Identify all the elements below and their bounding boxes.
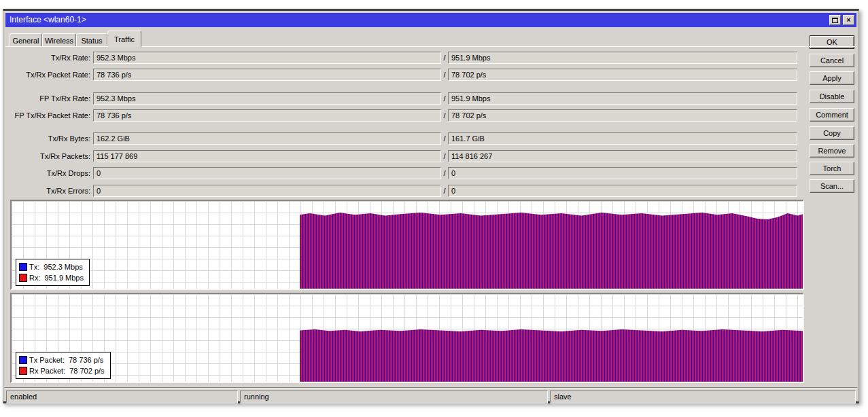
- fp-txrx-rate-label: FP Tx/Rx Rate:: [3, 92, 90, 105]
- fp-txrx-rate-rx-field[interactable]: 951.9 Mbps: [448, 92, 797, 105]
- legend-label: Tx Packet:: [29, 356, 65, 364]
- txrx-packet-rate-tx-field[interactable]: 78 736 p/s: [93, 69, 441, 81]
- traffic-rate-graph: Tx: 952.3 Mbps Rx: 951.9 Mbps: [10, 200, 804, 290]
- maximize-button[interactable]: [829, 15, 841, 25]
- torch-button[interactable]: Torch: [810, 162, 854, 175]
- legend-row-rx: Rx: 951.9 Mbps: [19, 272, 84, 283]
- tab-traffic[interactable]: Traffic: [107, 31, 141, 48]
- fp-txrx-packet-rate-tx-field[interactable]: 78 736 p/s: [93, 109, 441, 122]
- fp-txrx-packet-rate-label: FP Tx/Rx Packet Rate:: [3, 109, 90, 122]
- txrx-bytes-separator: /: [441, 132, 448, 145]
- txrx-bytes-label: Tx/Rx Bytes:: [3, 132, 90, 145]
- disable-button[interactable]: Disable: [810, 90, 854, 103]
- tab-label: Status: [81, 37, 102, 45]
- txrx-packets-tx-field[interactable]: 115 177 869: [93, 150, 441, 162]
- legend-row-rx-packet: Rx Packet: 78 702 p/s: [19, 365, 105, 376]
- rx-color-swatch: [19, 367, 27, 375]
- txrx-packets-separator: /: [441, 150, 448, 162]
- tab-label: Wireless: [45, 37, 73, 45]
- fp-txrx-rate-separator: /: [441, 92, 448, 105]
- legend-label: Tx:: [29, 263, 39, 271]
- legend-row-tx: Tx: 952.3 Mbps: [19, 261, 84, 272]
- tab-general[interactable]: General: [10, 33, 42, 47]
- close-icon: ×: [847, 16, 851, 24]
- window-title: Interface <wlan60-1>: [10, 15, 86, 24]
- apply-button[interactable]: Apply: [810, 71, 854, 85]
- txrx-packet-rate-separator: /: [441, 69, 448, 81]
- txrx-errors-rx-field[interactable]: 0: [448, 185, 797, 197]
- maximize-icon: [832, 18, 838, 23]
- legend-label: Rx Packet:: [29, 367, 65, 375]
- close-button[interactable]: ×: [843, 15, 854, 25]
- txrx-rate-tx-field[interactable]: 952.3 Mbps: [93, 52, 441, 64]
- rx-color-swatch: [19, 274, 27, 282]
- traffic-rate-bars: [300, 213, 803, 289]
- txrx-rate-separator: /: [441, 52, 448, 64]
- comment-button[interactable]: Comment: [810, 108, 854, 122]
- packet-rate-legend: Tx Packet: 78 736 p/s Rx Packet: 78 702 …: [16, 352, 111, 379]
- txrx-rate-rx-field[interactable]: 951.9 Mbps: [448, 52, 797, 64]
- tab-label: Traffic: [114, 35, 135, 43]
- txrx-packet-rate-rx-field[interactable]: 78 702 p/s: [448, 69, 797, 81]
- traffic-rate-plot: Tx: 952.3 Mbps Rx: 951.9 Mbps: [12, 201, 803, 289]
- packet-rate-plot: Tx Packet: 78 736 p/s Rx Packet: 78 702 …: [12, 294, 803, 382]
- txrx-rate-label: Tx/Rx Rate:: [3, 52, 90, 64]
- legend-value: 78 736 p/s: [69, 356, 103, 364]
- legend-row-tx-packet: Tx Packet: 78 736 p/s: [19, 355, 105, 365]
- packet-rate-graph: Tx Packet: 78 736 p/s Rx Packet: 78 702 …: [10, 293, 804, 383]
- txrx-drops-tx-field[interactable]: 0: [93, 167, 441, 179]
- txrx-packets-label: Tx/Rx Packets:: [3, 150, 90, 162]
- legend-label: Rx:: [29, 274, 41, 282]
- tab-wireless[interactable]: Wireless: [42, 33, 76, 47]
- txrx-drops-separator: /: [441, 167, 448, 179]
- copy-button[interactable]: Copy: [810, 126, 854, 140]
- legend-value: 78 702 p/s: [69, 367, 104, 375]
- legend-value: 952.3 Mbps: [44, 263, 82, 271]
- tab-status[interactable]: Status: [76, 33, 107, 47]
- fp-txrx-packet-rate-separator: /: [441, 109, 448, 122]
- remove-button[interactable]: Remove: [810, 144, 854, 158]
- txrx-bytes-tx-field[interactable]: 162.2 GiB: [93, 132, 441, 145]
- legend-value: 951.9 Mbps: [45, 274, 84, 282]
- tx-color-swatch: [19, 356, 27, 364]
- txrx-drops-rx-field[interactable]: 0: [448, 167, 797, 179]
- status-slave: slave: [550, 391, 856, 403]
- traffic-rate-legend: Tx: 952.3 Mbps Rx: 951.9 Mbps: [16, 259, 90, 286]
- fp-txrx-rate-tx-field[interactable]: 952.3 Mbps: [93, 92, 441, 105]
- cancel-button[interactable]: Cancel: [810, 54, 854, 67]
- txrx-errors-label: Tx/Rx Errors:: [3, 185, 90, 197]
- tx-color-swatch: [19, 263, 27, 271]
- packet-rate-bars: [300, 329, 803, 382]
- fp-txrx-packet-rate-rx-field[interactable]: 78 702 p/s: [448, 109, 797, 122]
- txrx-errors-tx-field[interactable]: 0: [93, 185, 441, 197]
- scan-button[interactable]: Scan...: [810, 179, 854, 193]
- txrx-errors-separator: /: [441, 185, 448, 197]
- ok-button[interactable]: OK: [810, 35, 854, 49]
- title-bar[interactable]: Interface <wlan60-1> ×: [5, 13, 856, 27]
- statusbar-divider: [5, 387, 857, 388]
- txrx-packets-rx-field[interactable]: 114 816 267: [448, 150, 797, 162]
- status-enabled: enabled: [6, 391, 238, 403]
- tab-label: General: [12, 37, 39, 45]
- txrx-drops-label: Tx/Rx Drops:: [3, 167, 90, 179]
- interface-dialog-window: Interface <wlan60-1> × General Wireless …: [3, 9, 859, 403]
- status-running: running: [240, 391, 548, 403]
- txrx-bytes-rx-field[interactable]: 161.7 GiB: [448, 132, 797, 145]
- txrx-packet-rate-label: Tx/Rx Packet Rate:: [3, 69, 90, 81]
